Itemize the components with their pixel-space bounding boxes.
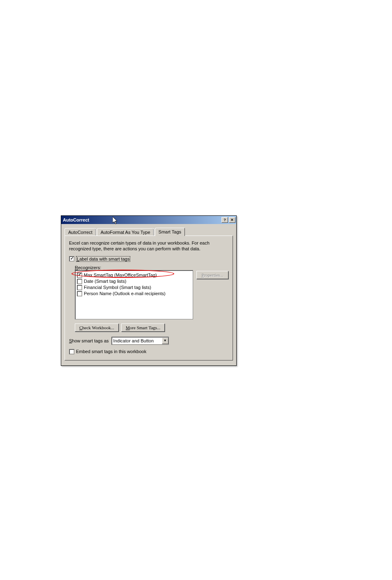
button-row: Check Workbook... More Smart Tags...	[75, 324, 228, 332]
label-data-checkbox[interactable]	[69, 256, 74, 261]
label-data-label: Label data with smart tags	[76, 256, 130, 262]
help-button[interactable]: ?	[221, 217, 228, 223]
recognizer-label: Date (Smart tag lists)	[84, 279, 126, 284]
chevron-down-icon[interactable]: ▼	[162, 337, 168, 344]
show-smart-tags-row: Show smart tags as Indicator and Button …	[69, 337, 228, 345]
show-as-dropdown[interactable]: Indicator and Button ▼	[111, 337, 169, 345]
recognizer-item[interactable]: Person Name (Outlook e-mail recipients)	[77, 291, 191, 297]
intro-text: Excel can recognize certain types of dat…	[69, 240, 228, 252]
recognizers-section: Recognizers: Max SmartTag (MaxOfficeSmar…	[75, 265, 228, 319]
recognizer-label: Financial Symbol (Smart tag lists)	[84, 285, 151, 290]
recognizer-checkbox[interactable]	[77, 273, 82, 278]
close-button[interactable]: ✕	[229, 217, 235, 223]
properties-button: Properties...	[196, 271, 228, 279]
recognizers-label: Recognizers:	[75, 265, 228, 270]
recognizer-label: Max SmartTag (MaxOfficeSmartTag)	[84, 273, 157, 277]
tabs: AutoCorrect AutoFormat As You Type Smart…	[65, 227, 233, 236]
show-as-label: Show smart tags as	[69, 338, 109, 343]
recognizer-checkbox[interactable]	[77, 279, 82, 284]
embed-label: Embed smart tags in this workbook	[76, 349, 146, 354]
tab-panel: Excel can recognize certain types of dat…	[65, 236, 233, 360]
show-as-value: Indicator and Button	[113, 338, 162, 343]
recognizer-item[interactable]: Date (Smart tag lists)	[77, 278, 191, 284]
dialog-title: AutoCorrect	[63, 217, 221, 222]
dialog-body: AutoCorrect AutoFormat As You Type Smart…	[61, 224, 236, 365]
check-workbook-button[interactable]: Check Workbook...	[75, 324, 119, 332]
label-data-checkbox-row[interactable]: Label data with smart tags	[69, 256, 228, 262]
embed-checkbox-row[interactable]: Embed smart tags in this workbook	[69, 349, 228, 354]
tab-smarttags[interactable]: Smart Tags	[155, 228, 185, 236]
more-smart-tags-button[interactable]: More Smart Tags...	[121, 324, 165, 332]
tab-autocorrect[interactable]: AutoCorrect	[65, 228, 96, 236]
embed-checkbox[interactable]	[69, 349, 74, 354]
recognizer-item[interactable]: Financial Symbol (Smart tag lists)	[77, 284, 191, 291]
autocorrect-dialog: AutoCorrect ? ✕ AutoCorrect AutoFormat A…	[61, 215, 237, 366]
recognizer-item[interactable]: Max SmartTag (MaxOfficeSmartTag)	[77, 272, 191, 278]
recognizer-checkbox[interactable]	[77, 291, 82, 296]
recognizer-label: Person Name (Outlook e-mail recipients)	[84, 291, 166, 296]
recognizers-listbox[interactable]: Max SmartTag (MaxOfficeSmartTag) Date (S…	[75, 270, 193, 319]
tab-autoformat[interactable]: AutoFormat As You Type	[97, 228, 154, 236]
recognizer-checkbox[interactable]	[77, 285, 82, 290]
titlebar[interactable]: AutoCorrect ? ✕	[61, 216, 236, 224]
